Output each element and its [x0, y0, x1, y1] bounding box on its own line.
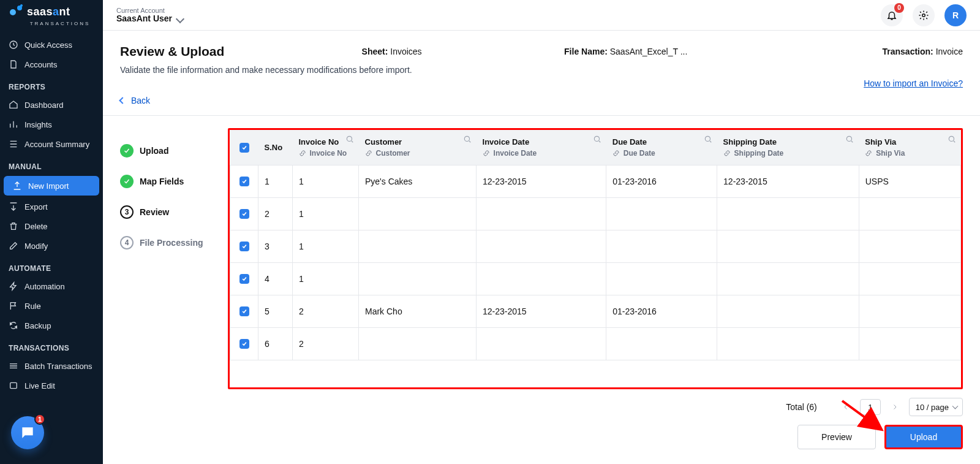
- col-shipping-date[interactable]: Shipping Date Shipping Date: [717, 130, 859, 165]
- page-size-select[interactable]: 10 / page: [909, 398, 963, 416]
- help-link[interactable]: How to import an Invoice?: [864, 78, 963, 88]
- col-sno[interactable]: S.No: [258, 130, 293, 165]
- cell-shipping-date[interactable]: [717, 230, 859, 263]
- preview-button[interactable]: Preview: [797, 425, 876, 449]
- table-row[interactable]: 5 2 Mark Cho 12-23-2015 01-23-2016: [230, 295, 961, 328]
- cell-invoice-date[interactable]: [477, 328, 606, 360]
- cell-invoice-date[interactable]: [477, 230, 606, 263]
- row-checkbox[interactable]: [230, 198, 258, 230]
- cell-ship-via[interactable]: [859, 295, 960, 328]
- col-customer[interactable]: Customer Customer: [359, 130, 477, 165]
- upload-button[interactable]: Upload: [884, 425, 963, 449]
- search-icon[interactable]: [845, 135, 854, 143]
- back-button[interactable]: Back: [103, 88, 980, 115]
- avatar[interactable]: R: [944, 4, 967, 26]
- cell-shipping-date[interactable]: [717, 198, 859, 230]
- cell-shipping-date[interactable]: [717, 328, 859, 360]
- cell-due-date[interactable]: 01-23-2016: [606, 165, 717, 198]
- cell-invoice-date[interactable]: [477, 263, 606, 295]
- cell-invno[interactable]: 2: [293, 295, 359, 328]
- row-checkbox[interactable]: [230, 230, 258, 263]
- cell-invoice-date[interactable]: [477, 198, 606, 230]
- cell-shipping-date[interactable]: [717, 263, 859, 295]
- col-ship-via[interactable]: Ship Via Ship Via: [859, 130, 960, 165]
- cell-sno: 4: [258, 263, 293, 295]
- cell-due-date[interactable]: [606, 230, 717, 263]
- search-icon[interactable]: [463, 135, 472, 143]
- step-label: Upload: [140, 146, 168, 156]
- cell-invoice-date[interactable]: 12-23-2015: [477, 295, 606, 328]
- page-title: Review & Upload: [120, 44, 356, 59]
- account-switcher[interactable]: Current Account SaasAnt User: [116, 7, 183, 23]
- cell-due-date[interactable]: [606, 328, 717, 360]
- search-icon[interactable]: [704, 135, 712, 143]
- notifications-button[interactable]: 0: [881, 4, 903, 26]
- sidebar-item-live-edit[interactable]: Live Edit: [0, 376, 103, 395]
- cell-invno[interactable]: 1: [293, 230, 359, 263]
- table-row[interactable]: 4 1: [230, 263, 961, 295]
- col-due-date[interactable]: Due Date Due Date: [606, 130, 717, 165]
- row-checkbox[interactable]: [230, 165, 258, 198]
- chat-fab[interactable]: 1: [11, 416, 44, 449]
- sidebar: saasant TRANSACTIONS Quick Access Accoun…: [0, 0, 103, 464]
- cell-ship-via[interactable]: [859, 328, 960, 360]
- cell-customer[interactable]: [359, 263, 477, 295]
- table-row[interactable]: 3 1: [230, 230, 961, 263]
- col-invoice-date[interactable]: Invoice Date Invoice Date: [477, 130, 606, 165]
- next-page-button[interactable]: [888, 400, 902, 414]
- cell-customer[interactable]: Pye's Cakes: [359, 165, 477, 198]
- cell-customer[interactable]: [359, 230, 477, 263]
- cell-ship-via[interactable]: [859, 230, 960, 263]
- sidebar-item-insights[interactable]: Insights: [0, 115, 103, 134]
- cell-invno[interactable]: 2: [293, 328, 359, 360]
- cell-shipping-date[interactable]: [717, 295, 859, 328]
- sidebar-item-delete[interactable]: Delete: [0, 216, 103, 236]
- col-invoice-no[interactable]: Invoice No Invoice No: [293, 130, 359, 165]
- cell-ship-via[interactable]: USPS: [859, 165, 960, 198]
- cell-due-date[interactable]: 01-23-2016: [606, 295, 717, 328]
- sidebar-item-backup[interactable]: Backup: [0, 316, 103, 335]
- cell-ship-via[interactable]: [859, 198, 960, 230]
- step-review[interactable]: 3 Review: [120, 197, 211, 227]
- sidebar-item-modify[interactable]: Modify: [0, 236, 103, 256]
- cell-due-date[interactable]: [606, 198, 717, 230]
- sidebar-item-automation[interactable]: Automation: [0, 276, 103, 296]
- cell-shipping-date[interactable]: 12-23-2015: [717, 165, 859, 198]
- table-row[interactable]: 6 2: [230, 328, 961, 360]
- row-checkbox[interactable]: [230, 328, 258, 360]
- cell-ship-via[interactable]: [859, 263, 960, 295]
- pagination: Total (6) 10 / page: [103, 389, 980, 416]
- sidebar-item-account-summary[interactable]: Account Summary: [0, 134, 103, 154]
- search-icon[interactable]: [345, 135, 354, 143]
- header-checkbox[interactable]: [230, 130, 258, 165]
- table-row[interactable]: 1 1 Pye's Cakes 12-23-2015 01-23-2016 12…: [230, 165, 961, 198]
- cell-invno[interactable]: 1: [293, 263, 359, 295]
- sidebar-item-batch-transactions[interactable]: Batch Transactions: [0, 356, 103, 376]
- row-checkbox[interactable]: [230, 263, 258, 295]
- logo[interactable]: saasant TRANSACTIONS: [0, 4, 103, 35]
- page-input[interactable]: [860, 399, 881, 415]
- sidebar-item-rule[interactable]: Rule: [0, 296, 103, 316]
- cell-customer[interactable]: [359, 328, 477, 360]
- cell-due-date[interactable]: [606, 263, 717, 295]
- step-upload[interactable]: Upload: [120, 135, 211, 166]
- search-icon[interactable]: [948, 135, 956, 143]
- cell-invoice-date[interactable]: 12-23-2015: [477, 165, 606, 198]
- sidebar-item-quick-access[interactable]: Quick Access: [0, 35, 103, 55]
- cell-customer[interactable]: Mark Cho: [359, 295, 477, 328]
- sidebar-item-new-import[interactable]: New Import: [4, 176, 99, 196]
- cell-invno[interactable]: 1: [293, 198, 359, 230]
- step-file-processing[interactable]: 4 File Processing: [120, 227, 211, 258]
- cell-invno[interactable]: 1: [293, 165, 359, 198]
- row-checkbox[interactable]: [230, 295, 258, 328]
- cell-customer[interactable]: [359, 198, 477, 230]
- sidebar-item-dashboard[interactable]: Dashboard: [0, 95, 103, 115]
- chevron-left-icon: [119, 97, 126, 104]
- sidebar-item-accounts[interactable]: Accounts: [0, 55, 103, 74]
- search-icon[interactable]: [593, 135, 601, 143]
- sidebar-item-export[interactable]: Export: [0, 197, 103, 216]
- settings-button[interactable]: [913, 4, 935, 26]
- prev-page-button[interactable]: [839, 400, 853, 414]
- table-row[interactable]: 2 1: [230, 198, 961, 230]
- step-map-fields[interactable]: Map Fields: [120, 166, 211, 197]
